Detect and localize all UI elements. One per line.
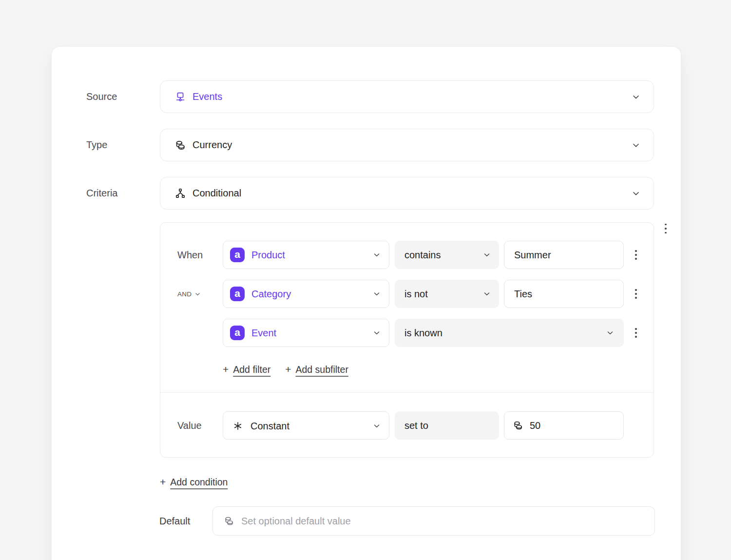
operator-value: is not [404, 289, 428, 300]
value-type-value: Constant [250, 412, 289, 440]
chevron-down-icon [372, 328, 381, 337]
criteria-select-value: Conditional [192, 188, 241, 199]
criteria-select[interactable]: Conditional [160, 177, 654, 210]
attribute-select-product[interactable]: a Product [223, 241, 389, 269]
when-label: When [177, 241, 203, 269]
chevron-down-icon [631, 189, 641, 198]
add-condition-row: + Add condition [160, 475, 228, 489]
chevron-down-icon [372, 290, 381, 298]
add-filter-row: + Add filter + Add subfilter [223, 361, 348, 378]
type-label: Type [86, 129, 107, 161]
attio-logo-icon: a [230, 287, 245, 301]
value-label: Value [177, 411, 202, 440]
condition-menu-button[interactable] [659, 218, 672, 239]
attribute-value: Category [251, 289, 291, 300]
filter-row: a Event is known [160, 319, 654, 347]
chevron-down-icon [631, 92, 641, 102]
chevron-down-icon [194, 290, 201, 298]
chevron-down-icon [606, 328, 615, 337]
plus-icon: + [223, 364, 229, 375]
add-filter-button[interactable]: Add filter [233, 364, 270, 375]
plus-icon: + [160, 476, 166, 488]
coins-icon [174, 139, 186, 151]
filter-value-input[interactable] [504, 280, 624, 308]
screen: Source Events Type Currency Criteria [0, 0, 731, 560]
set-to-value: set to [404, 420, 428, 431]
source-select[interactable]: Events [160, 80, 654, 113]
filter-row: AND a Category is not [160, 280, 654, 308]
attribute-value: Event [251, 328, 276, 339]
type-select-value: Currency [192, 139, 232, 151]
source-label: Source [86, 80, 117, 113]
add-subfilter-button[interactable]: Add subfilter [295, 364, 348, 375]
chevron-down-icon [482, 251, 491, 259]
chevron-down-icon [631, 140, 641, 150]
coins-icon [224, 516, 234, 526]
filter-row-menu-button[interactable] [630, 286, 642, 302]
criteria-label: Criteria [86, 177, 117, 210]
condition-card: When a Product contains [160, 222, 654, 458]
operator-select-contains[interactable]: contains [395, 241, 499, 269]
chevron-down-icon [482, 290, 491, 298]
logic-operator-select[interactable]: AND [177, 280, 201, 308]
attio-logo-icon: a [230, 326, 245, 340]
default-field [212, 506, 655, 536]
logic-operator-value: AND [177, 290, 192, 298]
attribute-select-category[interactable]: a Category [223, 280, 389, 308]
type-select[interactable]: Currency [160, 129, 654, 161]
source-select-value: Events [192, 91, 222, 102]
attribute-value: Product [251, 250, 285, 261]
filter-row-menu-button[interactable] [630, 247, 642, 263]
attio-logo-icon: a [230, 248, 245, 262]
filter-row: When a Product contains [160, 241, 654, 269]
branch-icon [174, 188, 186, 199]
operator-select-is-known[interactable]: is known [395, 319, 624, 347]
value-row: Value Constant set to [160, 411, 654, 440]
filter-value-input[interactable] [504, 241, 624, 269]
chevron-down-icon [372, 251, 381, 259]
attribute-config-panel: Source Events Type Currency Criteria [51, 46, 681, 560]
events-icon [174, 91, 186, 103]
operator-select-is-not[interactable]: is not [395, 280, 499, 308]
coins-icon [513, 420, 523, 431]
plus-icon: + [285, 364, 291, 375]
amount-field [504, 411, 624, 440]
operator-value: contains [404, 250, 441, 261]
asterisk-icon [232, 421, 243, 431]
chevron-down-icon [372, 422, 381, 430]
divider [160, 392, 654, 393]
default-value-input[interactable] [212, 506, 655, 536]
operator-value: is known [404, 328, 442, 339]
default-label: Default [159, 506, 190, 536]
add-condition-button[interactable]: Add condition [170, 477, 228, 488]
attribute-select-event[interactable]: a Event [223, 319, 389, 347]
set-to-chip: set to [395, 411, 499, 440]
filter-row-menu-button[interactable] [630, 325, 642, 341]
value-type-select[interactable]: Constant [223, 411, 389, 440]
